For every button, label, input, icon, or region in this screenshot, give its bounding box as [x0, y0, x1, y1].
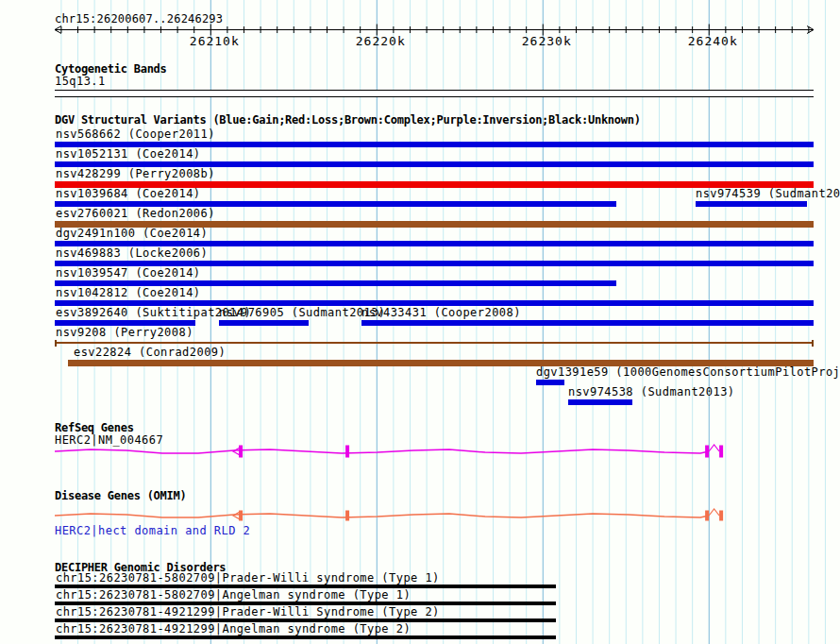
refseq-strand-arrow-icon — [233, 448, 240, 455]
region-header: chr15:26200607..26246293 — [55, 13, 223, 25]
ruler-label-26230k: 26230k — [522, 34, 572, 48]
variant-bar-nsv433431[interactable] — [361, 320, 814, 326]
omim-gene-line[interactable] — [55, 514, 709, 517]
cytoband-label: 15q13.1 — [55, 76, 106, 87]
variant-label-dgv1391e59: dgv1391e59 (1000GenomesConsortiumPilotPr… — [536, 366, 840, 378]
variant-label-nsv1039684: nsv1039684 (Coe2014) — [56, 188, 201, 199]
decipher-label-0: chr15:26230781-5802709|Prader-Willi synd… — [56, 572, 440, 584]
variant-label-nsv1039547: nsv1039547 (Coe2014) — [56, 267, 201, 279]
variant-label-nsv1052131: nsv1052131 (Coe2014) — [56, 148, 201, 160]
variant-label-nsv568662: nsv568662 (Cooper2011) — [56, 128, 215, 140]
decipher-label-2: chr15:26230781-4921299|Prader-Willi Synd… — [56, 606, 440, 618]
ruler-label-26220k: 26220k — [356, 34, 406, 48]
decipher-label-3: chr15:26230781-4921299|Angelman syndrome… — [56, 623, 411, 635]
omim-section-title: Disease Genes (OMIM) — [55, 490, 187, 502]
cytoband-bar[interactable] — [55, 90, 814, 97]
omim-exon-3[interactable] — [719, 511, 723, 521]
variant-bar-nsv976905[interactable] — [219, 320, 309, 326]
refseq-intron-hat — [709, 445, 719, 451]
omim-exon-2[interactable] — [705, 511, 709, 521]
variant-label-nsv9208: nsv9208 (Perry2008) — [56, 327, 193, 338]
variant-label-nsv428299: nsv428299 (Perry2008b) — [56, 168, 215, 179]
refseq-exon-3[interactable] — [719, 446, 723, 458]
decipher-bar-3[interactable] — [55, 636, 556, 639]
variant-label-nsv1042812: nsv1042812 (Coe2014) — [56, 287, 201, 298]
variant-label-nsv433431: nsv433431 (Cooper2008) — [361, 307, 521, 318]
variant-label-nsv469883: nsv469883 (Locke2006) — [56, 247, 208, 259]
refseq-exon-0[interactable] — [239, 446, 243, 458]
genome-browser-view: 26210k26220k26230k26240k chr15:26200607.… — [0, 0, 840, 644]
variant-label-esv22824: esv22824 (Conrad2009) — [74, 347, 226, 358]
variant-bar-dgv1391e59[interactable] — [536, 380, 564, 385]
variant-label-esv2760021: esv2760021 (Redon2006) — [56, 208, 215, 219]
variant-label-nsv974538: nsv974538 (Sudmant2013) — [568, 386, 735, 398]
omim-gene-label: HERC2|hect domain and RLD 2 — [55, 525, 250, 536]
variant-line-endtick-nsv9208-1 — [812, 340, 814, 347]
omim-strand-arrow-icon — [233, 512, 240, 519]
omim-exon-1[interactable] — [345, 511, 349, 521]
variant-line-endtick-nsv9208-0 — [55, 340, 57, 347]
variant-bar-nsv974539[interactable] — [696, 201, 807, 207]
refseq-gene-line[interactable] — [55, 449, 709, 453]
decipher-label-1: chr15:26230781-5802709|Angelman syndrome… — [56, 589, 411, 601]
refseq-exon-1[interactable] — [345, 446, 349, 458]
refseq-gene-label: HERC2|NM_004667 — [55, 434, 163, 446]
variant-label-nsv974539: nsv974539 (Sudmant2013) — [696, 188, 840, 199]
omim-intron-hat — [709, 509, 719, 516]
refseq-exon-2[interactable] — [705, 446, 709, 458]
variant-bar-nsv974538[interactable] — [568, 399, 632, 405]
dgv-section-title: DGV Structural Variants (Blue:Gain;Red:L… — [55, 114, 641, 127]
variant-label-dgv2491n100: dgv2491n100 (Coe2014) — [56, 228, 208, 239]
variant-line-nsv9208[interactable] — [55, 342, 814, 344]
omim-exon-0[interactable] — [239, 511, 243, 521]
ruler-label-26210k: 26210k — [190, 34, 240, 48]
ruler-label-26240k: 26240k — [688, 34, 738, 48]
